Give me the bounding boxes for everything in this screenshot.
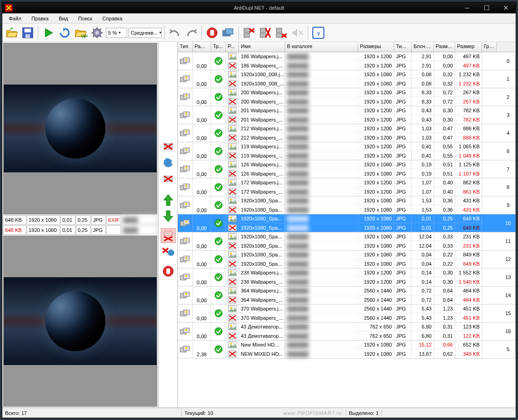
info-top: 648 KB 1920 x 1080 0,01 0,25 JPG EXIF ██… [3,215,157,225]
svg-point-171 [230,289,232,291]
column-header-transform[interactable]: Тр... [211,42,226,52]
file-name: 370 Wallpapers_... [239,313,285,322]
file-name: 238 Wallpapers.j... [239,268,285,277]
info-exif: EXIF [106,215,121,225]
table-row[interactable]: 0,00172 Wallpapers.j...██████1920 x 1200… [178,178,516,196]
block-value: 8,33 [412,97,434,106]
column-header-dimensions[interactable]: Размеры [358,42,394,52]
menu-view[interactable]: Вид [54,15,73,22]
save-button[interactable] [20,25,35,40]
down-button[interactable] [161,209,176,224]
table-row[interactable]: 0,001920x1080_Spa...██████1920 x 1080JPG… [178,250,516,268]
table-row[interactable]: 0,00186 Wallpapers.j...██████1920 x 1200… [178,52,516,70]
open-folder-button[interactable] [4,25,19,40]
delete-rotate-button[interactable] [161,244,176,259]
delete-first-button[interactable] [242,25,256,40]
menu-help[interactable]: Справка [98,15,127,22]
group-number: 0 [501,52,516,70]
delete-selected-button[interactable] [161,228,176,243]
delete-top-button[interactable] [161,139,176,154]
column-header-ratio[interactable]: Разм... [434,42,455,52]
svg-point-187 [215,328,222,335]
thumb-icon [226,124,239,133]
table-row[interactable]: 0,001920x1080_008.j...██████1920 x 1080J… [178,70,516,88]
thumb-icon [226,331,239,340]
type-icon [178,304,193,322]
refresh-button[interactable] [57,25,72,40]
file-name: 43 Демотиватор... [239,331,285,340]
dimensions: 1920 x 1080 [358,349,394,358]
column-header-block[interactable]: Блочн... [412,42,434,52]
table-row[interactable]: 0,00370 Wallpapers.j...██████2560 x 1440… [178,304,516,323]
redo-button[interactable] [184,25,199,40]
up-button[interactable] [161,193,176,207]
table-row[interactable]: 0,00126 Wallpapers.j...██████1920 x 1080… [178,160,516,178]
file-type: JPG [394,79,412,88]
maximize-button[interactable]: ☐ [477,3,496,13]
table-row[interactable]: 0,0043 Демотиватор...██████762 x 650JPG6… [178,323,516,341]
table-row[interactable]: 0,001920x1080_Spa...██████1920 x 1080JPG… [178,196,516,214]
menu-search[interactable]: Поиск [73,15,97,22]
dimensions: 1920 x 1200 [358,277,394,286]
table-row[interactable]: 0,00200 Wallpapers.j...██████1920 x 1200… [178,88,516,106]
folder-path: ██████ [285,250,358,259]
close-button[interactable]: ✕ [496,3,516,13]
table-body[interactable]: 0,00186 Wallpapers.j...██████1920 x 1200… [178,52,516,408]
menu-edit[interactable]: Правка [27,15,53,22]
block-value: 5,43 [412,313,434,322]
table-row[interactable]: 0,00201 Wallpapers.j...██████1920 x 1200… [178,106,516,124]
folder-open-button[interactable]: open [73,25,88,40]
preview-bottom[interactable] [3,236,157,407]
folder-path: ██████ [285,70,358,79]
delete-both-button[interactable] [258,25,273,40]
column-header-group[interactable]: Гру... [482,42,497,52]
table-row[interactable]: 0,00238 Wallpapers.j...██████1920 x 1200… [178,268,516,286]
column-header-ext[interactable]: Ти... [394,42,412,52]
column-header-name[interactable]: Имя [239,42,285,52]
images-button[interactable] [221,25,236,40]
dimensions: 1920 x 1200 [358,88,394,97]
delete-bottom-button[interactable] [161,171,176,186]
type-icon [178,232,193,250]
svg-point-105 [185,167,187,169]
column-header-r[interactable]: Р... [226,42,239,52]
table-row[interactable]: 0,001920x1080_Spa...██████1920 x 1080JPG… [178,232,516,250]
svg-rect-41 [164,231,172,236]
file-type: JPG [394,124,412,133]
folder-path: ██████ [285,223,358,232]
diff-value: 0,00 [193,70,211,88]
quality-combo[interactable]: Среднекв... [128,28,162,38]
menu-file[interactable]: Файл [4,15,26,22]
table-row[interactable]: 0,001920x1080_Spa...██████1920 x 1080JPG… [178,214,516,232]
file-name: 126 Wallpapers_... [239,169,285,178]
svg-rect-19 [244,33,250,37]
stop-action-button[interactable] [161,264,176,279]
stop-button[interactable] [205,25,219,40]
column-header-size[interactable]: Размер [455,42,482,52]
file-type: JPG [394,341,412,349]
play-button[interactable] [41,25,56,40]
delete-second-button[interactable] [274,25,289,40]
dimensions: 762 x 650 [358,323,394,331]
column-header-type[interactable]: Тип [178,42,193,52]
threshold-combo[interactable]: 5 % [106,28,127,38]
undo-button[interactable] [168,25,183,40]
column-header-folder[interactable]: В каталоге [285,42,358,52]
minimize-button[interactable]: ─ [457,3,477,13]
svg-point-61 [215,75,222,83]
preview-top[interactable] [3,43,157,214]
file-name: 119 Wallpapers.j... [239,142,285,151]
mute-button[interactable] [290,25,305,40]
block-value: 1,03 [412,124,434,133]
table-row[interactable]: 0,00212 Wallpapers.j...██████1920 x 1200… [178,124,516,142]
table-row[interactable]: 0,00119 Wallpapers.j...██████1920 x 1200… [178,142,516,160]
svg-point-51 [185,59,187,61]
table-row[interactable]: 2,38New Mixed HD...██████1920 x 1080JPG1… [178,341,516,359]
help-button[interactable]: ? [311,25,326,40]
column-header-diff[interactable]: Ра... [193,42,211,52]
ratio-value: 0,40 [434,187,455,196]
rotate-button[interactable] [161,155,176,170]
info-exif [106,225,121,235]
settings-button[interactable] [90,25,104,40]
table-row[interactable]: 0,00364 Wallpapers.j...██████2560 x 1440… [178,286,516,304]
